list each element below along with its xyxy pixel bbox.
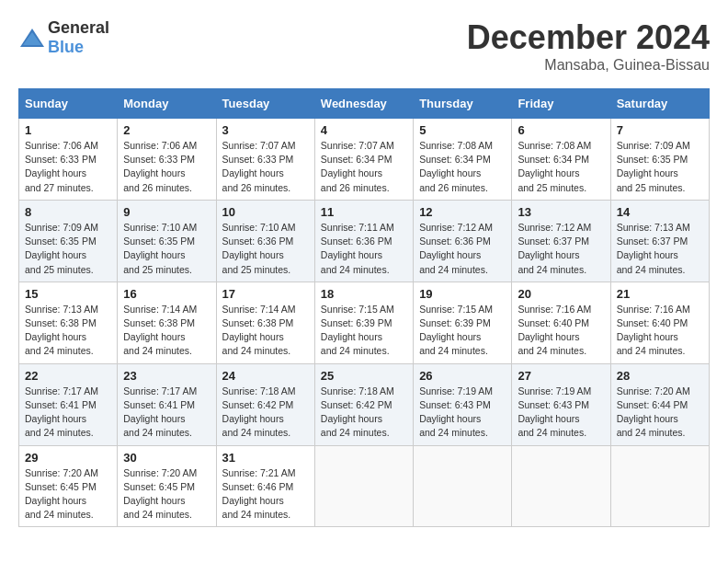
day-number: 25 bbox=[321, 369, 407, 383]
day-info: Sunrise: 7:11 AMSunset: 6:36 PMDaylight … bbox=[321, 221, 407, 277]
calendar-cell: 30 Sunrise: 7:20 AMSunset: 6:45 PMDaylig… bbox=[118, 445, 216, 527]
day-number: 28 bbox=[617, 369, 703, 383]
location-subtitle: Mansaba, Guinea-Bissau bbox=[467, 57, 710, 74]
day-info: Sunrise: 7:06 AMSunset: 6:33 PMDaylight … bbox=[25, 139, 111, 195]
day-number: 24 bbox=[222, 369, 309, 383]
page-header: General Blue December 2024 Mansaba, Guin… bbox=[18, 18, 710, 74]
weekday-header-tuesday: Tuesday bbox=[216, 89, 314, 119]
day-info: Sunrise: 7:12 AMSunset: 6:36 PMDaylight … bbox=[419, 221, 506, 277]
calendar-cell: 9 Sunrise: 7:10 AMSunset: 6:35 PMDayligh… bbox=[118, 200, 216, 282]
logo-text-general: General bbox=[48, 18, 109, 37]
day-info: Sunrise: 7:08 AMSunset: 6:34 PMDaylight … bbox=[518, 139, 604, 195]
day-number: 10 bbox=[222, 205, 309, 219]
day-info: Sunrise: 7:17 AMSunset: 6:41 PMDaylight … bbox=[25, 385, 111, 441]
calendar-cell: 25 Sunrise: 7:18 AMSunset: 6:42 PMDaylig… bbox=[314, 363, 413, 445]
calendar-cell: 10 Sunrise: 7:10 AMSunset: 6:36 PMDaylig… bbox=[216, 200, 314, 282]
day-info: Sunrise: 7:20 AMSunset: 6:45 PMDaylight … bbox=[25, 466, 111, 523]
weekday-header-wednesday: Wednesday bbox=[314, 89, 413, 119]
day-number: 19 bbox=[419, 287, 506, 301]
calendar-cell: 24 Sunrise: 7:18 AMSunset: 6:42 PMDaylig… bbox=[216, 363, 314, 445]
calendar-table: SundayMondayTuesdayWednesdayThursdayFrid… bbox=[18, 88, 710, 527]
calendar-cell bbox=[414, 445, 512, 527]
day-number: 1 bbox=[25, 123, 111, 137]
day-number: 20 bbox=[518, 287, 604, 301]
day-number: 2 bbox=[123, 123, 210, 137]
day-info: Sunrise: 7:06 AMSunset: 6:33 PMDaylight … bbox=[123, 139, 210, 195]
day-info: Sunrise: 7:18 AMSunset: 6:42 PMDaylight … bbox=[321, 385, 407, 441]
calendar-cell: 11 Sunrise: 7:11 AMSunset: 6:36 PMDaylig… bbox=[314, 200, 413, 282]
calendar-cell: 2 Sunrise: 7:06 AMSunset: 6:33 PMDayligh… bbox=[118, 119, 216, 201]
day-info: Sunrise: 7:19 AMSunset: 6:43 PMDaylight … bbox=[419, 385, 506, 441]
day-number: 23 bbox=[123, 369, 210, 383]
day-info: Sunrise: 7:15 AMSunset: 6:39 PMDaylight … bbox=[321, 303, 407, 359]
weekday-header-monday: Monday bbox=[118, 89, 216, 119]
day-info: Sunrise: 7:18 AMSunset: 6:42 PMDaylight … bbox=[222, 385, 309, 441]
day-info: Sunrise: 7:10 AMSunset: 6:36 PMDaylight … bbox=[222, 221, 309, 277]
day-number: 30 bbox=[123, 451, 210, 465]
day-number: 12 bbox=[419, 205, 506, 219]
day-info: Sunrise: 7:08 AMSunset: 6:34 PMDaylight … bbox=[419, 139, 506, 195]
day-info: Sunrise: 7:13 AMSunset: 6:37 PMDaylight … bbox=[617, 221, 703, 277]
calendar-cell: 14 Sunrise: 7:13 AMSunset: 6:37 PMDaylig… bbox=[610, 200, 709, 282]
calendar-cell: 21 Sunrise: 7:16 AMSunset: 6:40 PMDaylig… bbox=[610, 282, 709, 363]
day-info: Sunrise: 7:19 AMSunset: 6:43 PMDaylight … bbox=[518, 385, 604, 441]
day-number: 27 bbox=[518, 369, 604, 383]
calendar-cell bbox=[314, 445, 413, 527]
day-info: Sunrise: 7:14 AMSunset: 6:38 PMDaylight … bbox=[123, 303, 210, 359]
day-info: Sunrise: 7:20 AMSunset: 6:44 PMDaylight … bbox=[617, 385, 703, 441]
calendar-cell: 8 Sunrise: 7:09 AMSunset: 6:35 PMDayligh… bbox=[19, 200, 118, 282]
day-info: Sunrise: 7:17 AMSunset: 6:41 PMDaylight … bbox=[123, 385, 210, 441]
day-number: 22 bbox=[25, 369, 111, 383]
day-number: 8 bbox=[25, 205, 111, 219]
day-info: Sunrise: 7:16 AMSunset: 6:40 PMDaylight … bbox=[518, 303, 604, 359]
calendar-cell: 28 Sunrise: 7:20 AMSunset: 6:44 PMDaylig… bbox=[610, 363, 709, 445]
day-info: Sunrise: 7:14 AMSunset: 6:38 PMDaylight … bbox=[222, 303, 309, 359]
day-info: Sunrise: 7:20 AMSunset: 6:45 PMDaylight … bbox=[123, 466, 210, 523]
calendar-cell: 26 Sunrise: 7:19 AMSunset: 6:43 PMDaylig… bbox=[414, 363, 512, 445]
calendar-cell: 5 Sunrise: 7:08 AMSunset: 6:34 PMDayligh… bbox=[414, 119, 512, 201]
day-number: 14 bbox=[617, 205, 703, 219]
day-number: 5 bbox=[419, 123, 506, 137]
logo-icon bbox=[18, 27, 46, 49]
day-number: 15 bbox=[25, 287, 111, 301]
day-info: Sunrise: 7:21 AMSunset: 6:46 PMDaylight … bbox=[222, 466, 309, 523]
logo-text-blue: Blue bbox=[48, 38, 84, 56]
calendar-cell bbox=[610, 445, 709, 527]
calendar-cell: 13 Sunrise: 7:12 AMSunset: 6:37 PMDaylig… bbox=[512, 200, 610, 282]
day-number: 29 bbox=[25, 451, 111, 465]
day-number: 3 bbox=[222, 123, 309, 137]
month-title: December 2024 bbox=[467, 18, 710, 57]
day-info: Sunrise: 7:09 AMSunset: 6:35 PMDaylight … bbox=[617, 139, 703, 195]
calendar-cell: 15 Sunrise: 7:13 AMSunset: 6:38 PMDaylig… bbox=[19, 282, 118, 363]
weekday-header-friday: Friday bbox=[512, 89, 610, 119]
calendar-cell: 6 Sunrise: 7:08 AMSunset: 6:34 PMDayligh… bbox=[512, 119, 610, 201]
calendar-cell: 20 Sunrise: 7:16 AMSunset: 6:40 PMDaylig… bbox=[512, 282, 610, 363]
calendar-cell: 29 Sunrise: 7:20 AMSunset: 6:45 PMDaylig… bbox=[19, 445, 118, 527]
logo: General Blue bbox=[18, 18, 109, 57]
calendar-cell: 23 Sunrise: 7:17 AMSunset: 6:41 PMDaylig… bbox=[118, 363, 216, 445]
weekday-header-saturday: Saturday bbox=[610, 89, 709, 119]
day-number: 11 bbox=[321, 205, 407, 219]
day-info: Sunrise: 7:07 AMSunset: 6:33 PMDaylight … bbox=[222, 139, 309, 195]
day-number: 7 bbox=[617, 123, 703, 137]
calendar-cell: 22 Sunrise: 7:17 AMSunset: 6:41 PMDaylig… bbox=[19, 363, 118, 445]
day-number: 13 bbox=[518, 205, 604, 219]
day-number: 6 bbox=[518, 123, 604, 137]
weekday-header-sunday: Sunday bbox=[19, 89, 118, 119]
calendar-cell bbox=[512, 445, 610, 527]
calendar-cell: 7 Sunrise: 7:09 AMSunset: 6:35 PMDayligh… bbox=[610, 119, 709, 201]
day-number: 31 bbox=[222, 451, 309, 465]
day-number: 18 bbox=[321, 287, 407, 301]
calendar-cell: 16 Sunrise: 7:14 AMSunset: 6:38 PMDaylig… bbox=[118, 282, 216, 363]
weekday-header-thursday: Thursday bbox=[414, 89, 512, 119]
calendar-cell: 27 Sunrise: 7:19 AMSunset: 6:43 PMDaylig… bbox=[512, 363, 610, 445]
day-info: Sunrise: 7:10 AMSunset: 6:35 PMDaylight … bbox=[123, 221, 210, 277]
day-info: Sunrise: 7:13 AMSunset: 6:38 PMDaylight … bbox=[25, 303, 111, 359]
calendar-cell: 17 Sunrise: 7:14 AMSunset: 6:38 PMDaylig… bbox=[216, 282, 314, 363]
calendar-cell: 18 Sunrise: 7:15 AMSunset: 6:39 PMDaylig… bbox=[314, 282, 413, 363]
calendar-cell: 3 Sunrise: 7:07 AMSunset: 6:33 PMDayligh… bbox=[216, 119, 314, 201]
title-area: December 2024 Mansaba, Guinea-Bissau bbox=[467, 18, 710, 74]
calendar-cell: 19 Sunrise: 7:15 AMSunset: 6:39 PMDaylig… bbox=[414, 282, 512, 363]
day-number: 16 bbox=[123, 287, 210, 301]
day-info: Sunrise: 7:07 AMSunset: 6:34 PMDaylight … bbox=[321, 139, 407, 195]
